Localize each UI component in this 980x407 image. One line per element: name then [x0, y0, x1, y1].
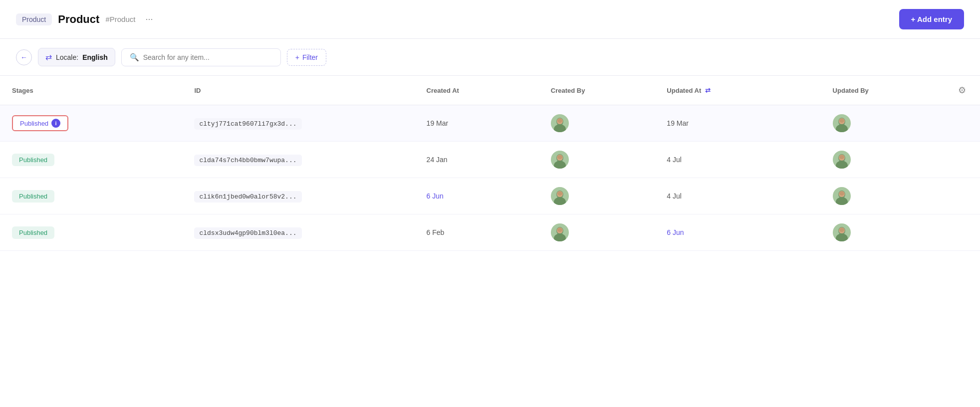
page-title: Product: [58, 13, 99, 26]
avatar: [833, 114, 851, 132]
col-header-updated-by: Updated By: [821, 76, 921, 105]
col-header-created-by: Created By: [539, 76, 655, 105]
search-input[interactable]: [143, 53, 272, 61]
breadcrumb-tag[interactable]: Product: [16, 13, 52, 25]
updated-at-cell: 19 Mar: [655, 105, 820, 142]
stage-cell[interactable]: Published: [0, 142, 182, 178]
id-cell: clda74s7ch4bb0bmw7wupa...: [182, 142, 414, 178]
table-settings-button[interactable]: ⚙: [956, 83, 968, 98]
created-at-cell: 6 Feb: [415, 214, 539, 251]
stage-label: Published: [20, 120, 48, 127]
created-by-cell: [539, 214, 655, 251]
svg-point-24: [557, 192, 562, 196]
stage-badge[interactable]: Published: [12, 190, 54, 203]
created-at-cell: 24 Jan: [415, 142, 539, 178]
data-table: Stages ID Created At Created By Updated …: [0, 76, 980, 251]
table-row[interactable]: Publishedcldsx3udw4gp90blm3l0ea...6 Feb …: [0, 214, 980, 251]
table-row[interactable]: Publishedclda74s7ch4bb0bmw7wupa...24 Jan…: [0, 142, 980, 178]
page-hash: #Product: [105, 15, 135, 23]
svg-point-9: [839, 119, 844, 123]
stage-badge[interactable]: Published: [12, 226, 54, 239]
filter-button[interactable]: + Filter: [287, 49, 326, 66]
updated-at-cell: 4 Jul: [655, 142, 820, 178]
updated-by-cell: [821, 214, 921, 251]
table-row[interactable]: Publishedclik6n1jbed0w0alor58v2...6 Jun …: [0, 178, 980, 214]
created-at-cell: 6 Jun: [415, 178, 539, 214]
stage-badge-selected[interactable]: Published i: [12, 115, 68, 131]
updated-at-cell: 4 Jul: [655, 178, 820, 214]
stage-badge[interactable]: Published: [12, 154, 54, 166]
sort-icon[interactable]: ⇄: [705, 87, 711, 94]
created-at-value: 6 Feb: [427, 228, 445, 236]
avatar: [551, 151, 569, 169]
entry-id: clik6n1jbed0w0alor58v2...: [194, 191, 301, 203]
svg-point-4: [557, 119, 562, 123]
translate-icon: ⇄: [45, 52, 52, 62]
entry-id: clda74s7ch4bb0bmw7wupa...: [194, 155, 301, 166]
avatar: [833, 151, 851, 169]
updated-at-value: 19 Mar: [667, 119, 689, 127]
updated-at-value: 6 Jun: [667, 228, 684, 236]
updated-by-cell: [821, 142, 921, 178]
created-at-cell: 19 Mar: [415, 105, 539, 142]
col-header-id: ID: [182, 76, 414, 105]
created-by-cell: [539, 105, 655, 142]
back-button[interactable]: ←: [16, 49, 32, 65]
filter-icon: +: [295, 53, 299, 61]
col-header-settings: ⚙: [920, 76, 980, 105]
row-settings-cell: [920, 105, 980, 142]
id-cell: clik6n1jbed0w0alor58v2...: [182, 178, 414, 214]
locale-label: Locale:: [56, 53, 78, 61]
stage-cell[interactable]: Published i: [0, 105, 182, 142]
svg-point-39: [839, 228, 844, 232]
updated-at-value: 4 Jul: [667, 192, 682, 200]
created-by-cell: [539, 142, 655, 178]
toolbar: ← ⇄ Locale: English 🔍 + Filter: [0, 39, 980, 76]
search-icon: 🔍: [130, 53, 139, 62]
info-icon[interactable]: i: [51, 119, 60, 128]
svg-point-34: [557, 228, 562, 232]
updated-by-cell: [821, 178, 921, 214]
created-at-value: 19 Mar: [427, 119, 449, 127]
id-cell: cltyj771cat9607li7gx3d...: [182, 105, 414, 142]
entry-id: cldsx3udw4gp90blm3l0ea...: [194, 227, 301, 239]
row-settings-cell: [920, 178, 980, 214]
updated-by-cell: [821, 105, 921, 142]
more-options-button[interactable]: ···: [141, 12, 157, 26]
top-bar: Product Product #Product ··· + Add entry: [0, 0, 980, 39]
top-bar-left: Product Product #Product ···: [16, 12, 157, 26]
updated-at-cell: 6 Jun: [655, 214, 820, 251]
back-icon: ←: [20, 53, 27, 61]
updated-at-label: Updated At: [667, 87, 701, 94]
filter-label: Filter: [302, 53, 318, 61]
svg-point-14: [557, 155, 562, 159]
table-row[interactable]: Published i cltyj771cat9607li7gx3d...19 …: [0, 105, 980, 142]
add-entry-button[interactable]: + Add entry: [899, 9, 964, 29]
updated-at-value: 4 Jul: [667, 156, 682, 164]
avatar: [833, 223, 851, 241]
search-box[interactable]: 🔍: [121, 48, 281, 66]
locale-value: English: [82, 53, 108, 61]
avatar: [551, 223, 569, 241]
id-cell: cldsx3udw4gp90blm3l0ea...: [182, 214, 414, 251]
entry-id: cltyj771cat9607li7gx3d...: [194, 118, 301, 130]
created-at-value: 6 Jun: [427, 192, 444, 200]
created-by-cell: [539, 178, 655, 214]
stage-cell[interactable]: Published: [0, 214, 182, 251]
stage-cell[interactable]: Published: [0, 178, 182, 214]
avatar: [551, 187, 569, 205]
svg-point-19: [839, 155, 844, 159]
avatar: [833, 187, 851, 205]
row-settings-cell: [920, 142, 980, 178]
created-at-value: 24 Jan: [427, 156, 448, 164]
col-header-created-at: Created At: [415, 76, 539, 105]
locale-selector[interactable]: ⇄ Locale: English: [38, 48, 115, 66]
col-header-stages: Stages: [0, 76, 182, 105]
table-header-row: Stages ID Created At Created By Updated …: [0, 76, 980, 105]
svg-point-29: [839, 192, 844, 196]
row-settings-cell: [920, 214, 980, 251]
col-header-updated-at[interactable]: Updated At ⇄: [655, 76, 820, 105]
avatar: [551, 114, 569, 132]
